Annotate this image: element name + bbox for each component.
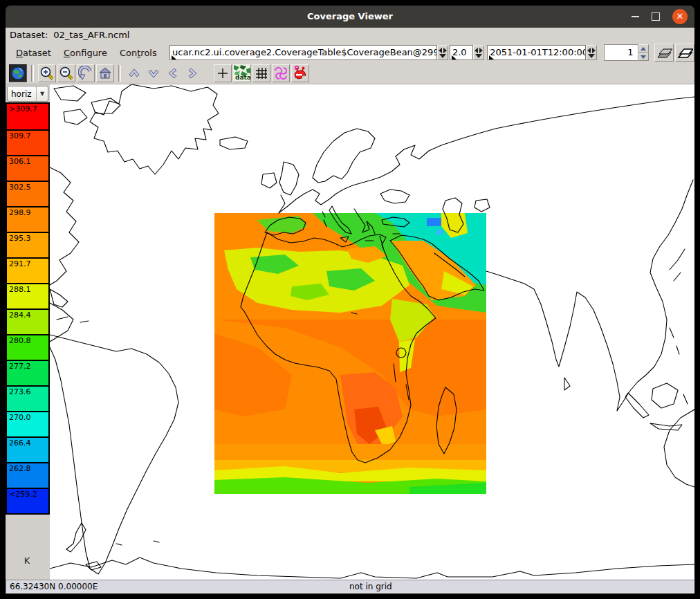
chevron-left-icon xyxy=(165,66,181,81)
chevron-down-icon xyxy=(146,66,161,81)
redo-arrow-button[interactable] xyxy=(77,64,95,82)
menu-dataset[interactable]: Dataset xyxy=(10,45,57,61)
menu-controls[interactable]: Controls xyxy=(113,45,163,61)
view-selector[interactable]: horiz ▼ xyxy=(7,86,48,102)
maximize-button[interactable] xyxy=(652,12,660,21)
map-panel[interactable] xyxy=(50,84,694,580)
pan-right-button[interactable] xyxy=(183,64,201,82)
swirl-icon xyxy=(273,66,288,81)
legend-cell: 284.4 xyxy=(7,308,48,334)
legend-cell: 277.2 xyxy=(7,360,48,385)
world-map[interactable] xyxy=(50,84,694,580)
time-field[interactable]: 2051-01-01T12:00:00Z xyxy=(487,45,586,60)
home-button[interactable] xyxy=(96,64,114,82)
add-button[interactable] xyxy=(214,64,232,82)
legend-cell: 270.0 xyxy=(7,411,48,436)
combo-corner-mark xyxy=(489,55,494,59)
legend-cell: 298.9 xyxy=(7,206,48,232)
toolbar-separator xyxy=(118,65,121,82)
dataset-bar: Dataset:02_tas_AFR.ncml xyxy=(6,28,694,43)
coverage-field-spinner[interactable] xyxy=(437,45,448,60)
redo-arrow-icon xyxy=(78,66,93,81)
zoom-in-icon xyxy=(39,66,55,81)
color-scale: >309.7309.7306.1302.5298.9295.3291.7288.… xyxy=(6,102,50,515)
pan-down-button[interactable] xyxy=(145,64,163,82)
close-button[interactable]: ✕ xyxy=(672,9,688,24)
combo-corner-mark xyxy=(452,55,457,59)
chevron-right-icon xyxy=(185,66,200,81)
status-bar: 66.32430N 0.00000E not in grid xyxy=(6,580,694,593)
spinner-down-icon xyxy=(638,53,649,61)
zoom-out-icon xyxy=(59,66,74,81)
pan-left-button[interactable] xyxy=(164,64,182,82)
menu-configure[interactable]: Configure xyxy=(57,45,113,61)
robot-button[interactable] xyxy=(291,64,309,82)
show-data-button[interactable]: data xyxy=(233,64,251,82)
coverage-field[interactable]: ucar.nc2.ui.coverage2.CoverageTable$Cove… xyxy=(169,45,437,60)
robot-icon xyxy=(293,66,308,81)
loop-spinner-buttons[interactable] xyxy=(638,44,649,61)
svg-text:data: data xyxy=(235,74,250,81)
home-icon xyxy=(98,66,113,81)
spinner-up-icon xyxy=(638,44,649,53)
chevron-up-icon xyxy=(127,66,142,81)
stacked-sheets-filled-button[interactable] xyxy=(654,44,674,62)
pan-up-button[interactable] xyxy=(125,64,143,82)
level-field-spinner[interactable] xyxy=(473,45,484,60)
level-field[interactable]: 2.0 xyxy=(450,45,473,60)
toolbar: data xyxy=(6,62,694,84)
dataset-value: 02_tas_AFR.ncml xyxy=(53,30,129,40)
view-selector-value: horiz xyxy=(8,89,36,99)
title-bar[interactable]: Coverage Viewer ✕ xyxy=(6,6,694,28)
legend-cell: 291.7 xyxy=(7,257,48,283)
data-image-icon: data xyxy=(234,65,250,82)
legend-unit: K xyxy=(6,545,48,580)
legend-cell: 273.6 xyxy=(7,385,48,411)
legend-cell: 309.7 xyxy=(7,129,48,155)
status-message: not in grid xyxy=(349,580,392,593)
legend-cell: 295.3 xyxy=(7,232,48,257)
zoom-out-button[interactable] xyxy=(57,64,75,82)
stacked-sheets-outline-button[interactable] xyxy=(675,44,694,62)
stacked-sheets-filled-icon xyxy=(656,46,672,59)
grid-button[interactable] xyxy=(252,64,270,82)
globe-button[interactable] xyxy=(9,64,27,82)
window-title: Coverage Viewer xyxy=(6,6,694,28)
cursor-position: 66.32430N 0.00000E xyxy=(10,580,98,593)
globe-icon xyxy=(11,66,25,80)
chevron-down-icon[interactable]: ▼ xyxy=(36,86,48,101)
legend-cell: 302.5 xyxy=(7,181,48,206)
minimize-button[interactable] xyxy=(632,16,639,17)
zoom-in-button[interactable] xyxy=(38,64,56,82)
stacked-sheets-outline-icon xyxy=(676,46,693,59)
legend-cell: >309.7 xyxy=(7,104,48,129)
legend-cell: 266.4 xyxy=(7,436,48,462)
legend-cell: 280.8 xyxy=(7,334,48,360)
legend-cell: 288.1 xyxy=(7,283,48,308)
plus-icon xyxy=(217,67,229,80)
dataset-label: Dataset: xyxy=(10,30,48,40)
coverage-viewer-window: { "window": { "title": "Coverage Viewer"… xyxy=(0,0,700,599)
legend-panel: horiz ▼ >309.7309.7306.1302.5298.9295.32… xyxy=(6,84,50,580)
legend-cell: 262.8 xyxy=(7,462,48,488)
grid-icon xyxy=(255,66,268,80)
toolbar-separator xyxy=(31,65,34,82)
menu-bar: Dataset Configure Controls ucar.nc2.ui.c… xyxy=(6,43,694,62)
legend-cell: 306.1 xyxy=(7,155,48,181)
combo-corner-mark xyxy=(172,55,176,59)
time-field-spinner[interactable] xyxy=(586,45,597,60)
loop-spinner-field[interactable]: 1 xyxy=(604,44,638,61)
swirl-button[interactable] xyxy=(272,64,290,82)
main-content: horiz ▼ >309.7309.7306.1302.5298.9295.32… xyxy=(6,84,694,580)
legend-cell: <259.2 xyxy=(7,488,48,513)
